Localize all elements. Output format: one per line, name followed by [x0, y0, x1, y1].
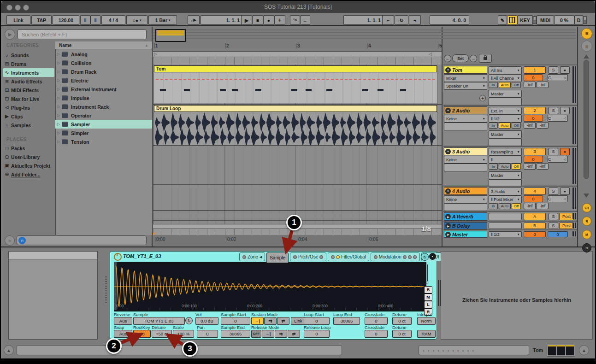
param-loop-end[interactable]: 30865: [333, 317, 360, 325]
nudge-up-button[interactable]: ‖: [90, 15, 100, 25]
track-activator-button[interactable]: A: [524, 213, 546, 220]
sidebar-item-instruments[interactable]: ∿Instruments: [3, 68, 54, 77]
send-a-display[interactable]: -inf: [524, 122, 536, 129]
param-detune[interactable]: 0 ct: [392, 317, 412, 325]
arm-button[interactable]: ●: [560, 148, 570, 155]
record-button[interactable]: ●: [263, 15, 274, 25]
send-b-display[interactable]: -inf: [537, 203, 549, 209]
solo-button[interactable]: S: [549, 107, 558, 114]
sample-hot-swap-icon[interactable]: ↻: [185, 317, 193, 324]
hot-swap-icon[interactable]: ↻: [421, 253, 429, 261]
play-fold-icon[interactable]: ▶: [445, 223, 451, 229]
track-box[interactable]: [444, 203, 487, 211]
tab-filter-global[interactable]: Filter/Global: [328, 252, 369, 261]
track-name-tom[interactable]: ▼Tom: [444, 66, 487, 74]
track-box[interactable]: [444, 164, 487, 171]
param-scale[interactable]: 100 %: [173, 330, 194, 338]
track-activator-button[interactable]: 1: [524, 66, 546, 74]
volume-display[interactable]: 0: [524, 115, 543, 122]
browser-item-instrument-rack[interactable]: ▷Instrument Rack: [55, 102, 152, 111]
time-ruler[interactable]: 0:000:020:040:06: [153, 235, 442, 246]
param-sample-end[interactable]: 30865: [221, 330, 250, 338]
send-a-display[interactable]: -inf: [524, 82, 536, 88]
routing-box[interactable]: [489, 223, 522, 229]
monitor-off-button[interactable]: Off: [512, 203, 521, 209]
disclosure-triangle-icon[interactable]: ▷: [55, 78, 62, 82]
volume-display[interactable]: 0: [524, 156, 543, 163]
cue-volume-display[interactable]: 0: [548, 231, 568, 237]
param-sample[interactable]: TOM YT1 E 03: [133, 317, 185, 325]
midi-note[interactable]: [306, 89, 312, 91]
routing-box[interactable]: [489, 213, 522, 220]
browser-item-simpler[interactable]: ▷Simpler: [55, 129, 152, 137]
monitor-in-button[interactable]: In: [489, 82, 498, 88]
track-activator-button[interactable]: 2: [524, 107, 546, 114]
lock-envelopes-button[interactable]: [479, 54, 492, 63]
mode-button-sustain-mode-1[interactable]: ⇉: [264, 317, 277, 325]
track-name-a-reverb[interactable]: ▶A Reverb: [444, 212, 487, 221]
time-signature-display[interactable]: 4 / 4: [101, 15, 125, 25]
browser-item-impulse[interactable]: ▷Impulse: [55, 94, 152, 102]
sidebar-item-audio-effects[interactable]: ≋Audio Effects: [3, 77, 54, 86]
pan-display[interactable]: C◁: [548, 115, 568, 122]
routing-dropdown[interactable]: Master▼: [489, 90, 522, 98]
scrub-area[interactable]: ▷ ◁: [153, 51, 442, 57]
places-item-user-library[interactable]: ΩUser-Library: [3, 153, 54, 161]
routing-dropdown[interactable]: ‖ Post Mixer▼: [489, 195, 522, 203]
midi-note[interactable]: [291, 89, 297, 91]
browser-item-sampler[interactable]: ▷Sampler: [55, 120, 152, 129]
routing-dropdown[interactable]: ‖ All Channe▼: [489, 74, 522, 82]
mode-button-release-mode-3[interactable]: ⇄: [288, 330, 300, 338]
panel-drag-handle[interactable]: [105, 276, 107, 304]
zoom-slider-handle-icon[interactable]: ◁: [425, 280, 428, 285]
overview-clip-box[interactable]: [155, 29, 186, 42]
midi-note[interactable]: [400, 89, 406, 91]
mode-button-sustain-mode-2[interactable]: ⇄: [277, 317, 289, 325]
routing-box[interactable]: ‖: [489, 156, 522, 164]
monitor-off-button[interactable]: Off: [512, 82, 521, 88]
set-button[interactable]: Set: [452, 54, 469, 62]
automation-breakpoint-line[interactable]: [156, 79, 435, 80]
show-d-section-toggle[interactable]: D: [582, 243, 591, 252]
automation-arm-button[interactable]: °o: [290, 15, 300, 25]
arrangement-overview[interactable]: [153, 28, 576, 41]
disclosure-triangle-icon[interactable]: ▷: [55, 131, 62, 135]
sample-waveform-display[interactable]: 0:000:00:1000:00:2000:00:3000:00:400: [114, 262, 426, 311]
monitor-in-button[interactable]: In: [489, 164, 498, 170]
collapse-left-icon[interactable]: ◀: [260, 255, 262, 259]
sidebar-item-drums[interactable]: ⊞Drums: [3, 59, 54, 68]
send-a-display[interactable]: -inf: [524, 203, 536, 209]
routing-dropdown[interactable]: ‖ 1/2▼: [489, 115, 522, 123]
solo-button[interactable]: S: [549, 148, 558, 155]
save-preset-icon[interactable]: ▪: [429, 253, 436, 260]
computer-midi-keyboard-button[interactable]: [507, 15, 517, 25]
track-name-b-delay[interactable]: ▶B Delay: [444, 222, 487, 229]
solo-button[interactable]: S: [549, 188, 558, 195]
solo-button[interactable]: S: [549, 223, 558, 229]
track-dropdown[interactable]: Keine▼: [444, 156, 487, 164]
monitor-off-button[interactable]: Off: [512, 123, 521, 129]
browser-item-external-instrument[interactable]: ▷External Instrument: [55, 85, 152, 94]
play-button[interactable]: ▶: [241, 15, 252, 25]
param-vol[interactable]: 0.0 dB: [195, 317, 218, 325]
browser-item-drum-rack[interactable]: ▷Drum Rack: [55, 67, 152, 76]
routing-dropdown[interactable]: Master▼: [489, 171, 522, 179]
volume-display[interactable]: 0: [524, 74, 543, 81]
tempo-display[interactable]: 120.00: [53, 15, 79, 25]
show-m-section-toggle[interactable]: M: [582, 230, 591, 239]
sidebar-item-max-for-live[interactable]: ⊡Max for Live: [3, 94, 54, 103]
marker-strip[interactable]: [153, 57, 442, 65]
tab-modulation[interactable]: Modulation: [371, 252, 420, 261]
key-map-button[interactable]: KEY: [517, 15, 533, 25]
clip-header-drum-loop[interactable]: Drum Loop: [154, 105, 437, 112]
launch-quantization-menu[interactable]: 1 Bar▾: [148, 15, 177, 25]
disclosure-triangle-icon[interactable]: ▷: [55, 87, 62, 91]
track-activator-button[interactable]: B: [524, 223, 546, 229]
hot-swap-mode-icon[interactable]: ≈: [5, 235, 15, 246]
browser-item-analog[interactable]: ▷Analog: [55, 50, 152, 59]
marker-strip-bottom[interactable]: [153, 229, 442, 235]
param-detune[interactable]: +50 ct: [152, 330, 172, 338]
show-r-section-toggle[interactable]: R: [582, 217, 591, 226]
clip-header-tom[interactable]: Tom: [154, 65, 437, 72]
sort-arrow-icon[interactable]: ▲: [145, 43, 148, 47]
